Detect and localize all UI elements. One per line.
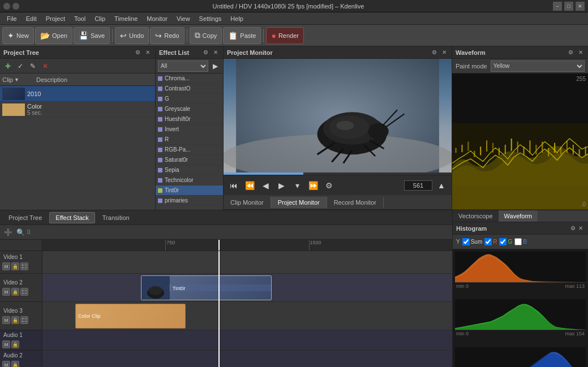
sum-checkbox[interactable] [462, 238, 470, 245]
play-dropdown-button[interactable]: ▾ [290, 179, 304, 192]
minimize-button[interactable]: – [553, 2, 562, 11]
tab-project-tree[interactable]: Project Tree [2, 212, 48, 223]
menu-timeline[interactable]: Timeline [110, 14, 142, 23]
tab-transition[interactable]: Transition [96, 212, 136, 223]
track-mute-v1[interactable]: M [2, 262, 10, 270]
track-expand-v1[interactable]: ⛶ [20, 262, 28, 270]
step-forward-button[interactable]: ⏩ [306, 179, 320, 192]
menu-tool[interactable]: Tool [70, 14, 90, 23]
monitor-timecode-input[interactable] [404, 180, 432, 191]
render-button[interactable]: ● Render [266, 27, 304, 44]
menu-edit[interactable]: Edit [22, 14, 41, 23]
histogram-settings-btn[interactable]: ⚙ [569, 224, 577, 232]
paint-mode-select[interactable]: Yellow Green White [491, 61, 585, 72]
step-back-button[interactable]: ⏪ [243, 179, 256, 192]
color-clip[interactable]: Color Clip [75, 304, 186, 329]
effect-rgb[interactable]: RGB-Pa... [156, 145, 223, 155]
effect-list-settings-btn[interactable]: ⚙ [201, 49, 209, 57]
project-tree-btn-3[interactable]: ✎ [27, 61, 38, 72]
effect-list-close-btn[interactable]: ✕ [212, 49, 220, 57]
waveform-settings-btn[interactable]: ⚙ [566, 49, 574, 57]
tab-vectorscope[interactable]: Vectorscope [453, 210, 499, 222]
redo-button[interactable]: ↪ Redo [150, 27, 184, 44]
track-lock-v1[interactable]: 🔒 [11, 262, 19, 270]
menu-view[interactable]: View [172, 14, 195, 23]
g-checkbox[interactable] [499, 238, 507, 245]
copy-button[interactable]: ⧉ Copy [190, 27, 222, 44]
timeline-tabs-bar: Project Tree Effect Stack Transition [0, 210, 452, 225]
monitor-settings-btn[interactable]: ⚙ [430, 49, 438, 57]
tree-item-color[interactable]: Color 5 sec. [0, 102, 155, 118]
track-mute-a2[interactable]: M [2, 361, 10, 367]
track-mute-v3[interactable]: M [2, 316, 10, 324]
effect-r[interactable]: R [156, 135, 223, 145]
effect-technicolor[interactable]: Technicolor [156, 175, 223, 185]
menu-clip[interactable]: Clip [90, 14, 110, 23]
svg-rect-27 [523, 146, 524, 155]
track-expand-v3[interactable]: ⛶ [20, 316, 28, 324]
timeline-add-track-btn[interactable]: ➕ [2, 227, 14, 238]
effect-contrast[interactable]: ContrastO [156, 84, 223, 94]
tab-project-monitor[interactable]: Project Monitor [271, 197, 327, 208]
go-to-start-button[interactable]: ⏮ [227, 179, 241, 192]
effect-dot [158, 137, 162, 142]
effect-greyscale[interactable]: Greyscale [156, 104, 223, 114]
menu-project[interactable]: Project [41, 14, 70, 23]
paste-button[interactable]: 📋 Paste [223, 27, 261, 44]
effect-dot [158, 117, 162, 122]
tint0r-clip[interactable]: Tint0r [141, 275, 272, 300]
project-tree-settings-btn[interactable]: ⚙ [134, 49, 141, 57]
effect-hueshift[interactable]: Hueshift0r [156, 114, 223, 124]
track-expand-v2[interactable]: ⛶ [20, 288, 28, 296]
r-checkbox[interactable] [484, 238, 492, 245]
timeline-zoom-out-btn[interactable]: 🔍 [15, 227, 26, 238]
maximize-button[interactable]: □ [564, 2, 573, 11]
audio1-track [42, 330, 452, 351]
add-clip-button[interactable]: ✚ [2, 61, 14, 72]
close-button[interactable]: ✕ [576, 2, 585, 11]
tab-record-monitor[interactable]: Record Monitor [327, 197, 384, 208]
undo-button[interactable]: ↩ Undo [115, 27, 149, 44]
effect-primaries[interactable]: primaries [156, 196, 223, 206]
effect-saturation[interactable]: Saturat0r [156, 155, 223, 165]
track-mute-v2[interactable]: M [2, 288, 10, 296]
new-button[interactable]: ✦ New [2, 27, 34, 44]
menu-monitor[interactable]: Monitor [142, 14, 172, 23]
timecode-up-btn[interactable]: ▲ [435, 179, 448, 192]
effect-g[interactable]: G [156, 94, 223, 104]
window-controls[interactable]: – □ ✕ [553, 2, 585, 11]
menu-settings[interactable]: Settings [195, 14, 226, 23]
effect-sepia[interactable]: Sepia [156, 165, 223, 175]
play-back-button[interactable]: ◀ [259, 179, 272, 192]
play-button[interactable]: ▶ [274, 179, 288, 192]
track-lock-v3[interactable]: 🔒 [11, 316, 19, 324]
red-channel-section: min 0 max 113 [455, 252, 586, 298]
effect-invert[interactable]: Invert [156, 124, 223, 135]
effect-filter-select[interactable]: All Video Audio [158, 61, 208, 72]
track-lock-a2[interactable]: 🔒 [11, 361, 19, 367]
track-lock-v2[interactable]: 🔒 [11, 288, 19, 296]
monitor-settings-ctrl-btn[interactable]: ⚙ [322, 179, 336, 192]
project-tree-close-btn[interactable]: ✕ [144, 49, 152, 57]
tab-effect-stack[interactable]: Effect Stack [49, 212, 95, 223]
b-checkbox[interactable] [514, 238, 522, 245]
tab-clip-monitor[interactable]: Clip Monitor [224, 197, 271, 208]
track-mute-a1[interactable]: M [2, 340, 10, 348]
project-tree-btn-4[interactable]: ✕ [40, 61, 51, 72]
monitor-close-btn[interactable]: ✕ [440, 49, 448, 57]
menu-help[interactable]: Help [226, 14, 248, 23]
open-button[interactable]: 📂 Open [35, 27, 72, 44]
effect-list-add-btn[interactable]: ▶ [209, 61, 221, 72]
effect-chroma[interactable]: Chroma... [156, 74, 223, 84]
save-button[interactable]: 💾 Save [74, 27, 110, 44]
waveform-close-btn[interactable]: ✕ [577, 49, 585, 57]
project-tree-btn-2[interactable]: ✓ [15, 61, 26, 72]
tree-item-video[interactable]: 2010 [0, 86, 155, 102]
tab-waveform-scope[interactable]: Waveform [499, 210, 538, 222]
effect-tint0r[interactable]: Tint0r [156, 185, 223, 196]
playhead[interactable] [218, 240, 220, 251]
histogram-close-btn[interactable]: ✕ [577, 224, 585, 232]
track-lock-a1[interactable]: 🔒 [11, 340, 19, 348]
undo-icon: ↩ [120, 31, 127, 40]
menu-file[interactable]: File [2, 14, 22, 23]
